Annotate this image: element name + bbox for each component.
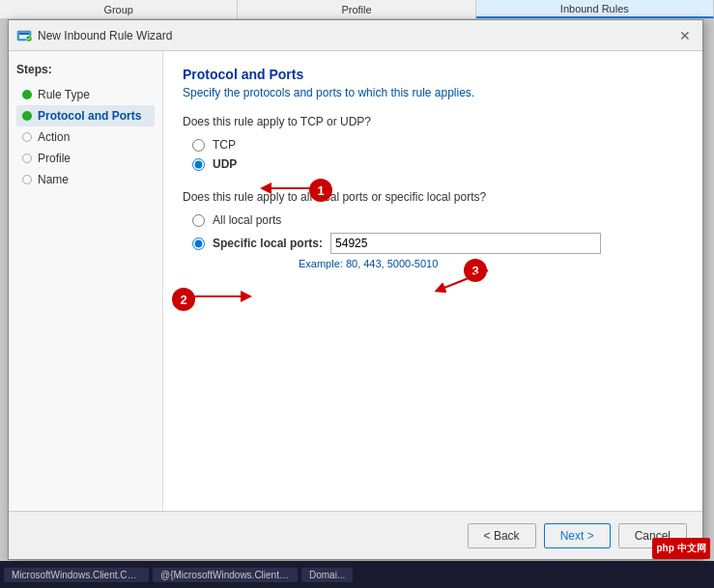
tcp-label: TCP — [213, 138, 236, 152]
wizard-dialog: New Inbound Rule Wizard ✕ Steps: Rule Ty… — [8, 19, 703, 560]
step-dot-protocol-ports — [22, 111, 32, 121]
column-headers: Group Profile Inbound Rules — [0, 0, 714, 19]
next-button[interactable]: Next > — [544, 523, 611, 548]
section-title: Protocol and Ports — [183, 67, 683, 82]
taskbar-item-1[interactable]: MicrosoftWindows.Client.CBS_1000.22... — [4, 568, 149, 582]
inbound-rules-column: Inbound Rules — [476, 0, 714, 18]
step-label-protocol-ports: Protocol and Ports — [38, 109, 141, 123]
port-input[interactable] — [330, 233, 601, 254]
wizard-icon — [16, 28, 32, 43]
ports-question: Does this rule apply to all local ports … — [183, 190, 683, 204]
tcp-udp-group: TCP UDP — [183, 138, 683, 171]
udp-radio[interactable] — [192, 158, 205, 171]
dialog-title: New Inbound Rule Wizard — [38, 29, 675, 42]
tcp-radio-item: TCP — [192, 138, 683, 152]
step-rule-type[interactable]: Rule Type — [16, 84, 155, 105]
step-action[interactable]: Action — [16, 126, 155, 148]
group-column: Group — [0, 0, 238, 18]
specific-ports-radio-item: Specific local ports: — [192, 233, 683, 254]
step-label-profile: Profile — [38, 152, 71, 165]
svg-rect-2 — [19, 33, 29, 35]
all-ports-label: All local ports — [213, 213, 281, 227]
udp-radio-item: UDP — [192, 157, 683, 171]
specific-ports-label: Specific local ports: — [213, 237, 323, 250]
step-name[interactable]: Name — [16, 169, 155, 190]
taskbar-item-3[interactable]: Domai... — [301, 568, 353, 582]
tcp-radio[interactable] — [192, 139, 205, 152]
port-example: Example: 80, 443, 5000-5010 — [299, 258, 683, 269]
step-label-action: Action — [38, 130, 70, 144]
dialog-footer: < Back Next > Cancel — [9, 511, 702, 559]
all-ports-radio-item: All local ports — [192, 213, 683, 227]
ports-group: All local ports Specific local ports: Ex… — [183, 213, 683, 269]
step-label-name: Name — [38, 173, 69, 186]
content-area: Protocol and Ports Specify the protocols… — [163, 51, 702, 511]
php-logo-text: php 中文网 — [656, 542, 705, 555]
step-protocol-ports[interactable]: Protocol and Ports — [16, 105, 155, 126]
step-dot-profile — [22, 154, 32, 163]
taskbar: MicrosoftWindows.Client.CBS_1000.22... @… — [0, 561, 714, 588]
php-logo: php 中文网 — [652, 538, 710, 559]
back-button[interactable]: < Back — [468, 523, 536, 548]
title-bar: New Inbound Rule Wizard ✕ — [9, 20, 702, 51]
steps-panel: Steps: Rule Type Protocol and Ports Acti… — [9, 51, 163, 511]
step-dot-name — [22, 175, 32, 184]
close-button[interactable]: ✕ — [675, 26, 695, 45]
section-subtitle: Specify the protocols and ports to which… — [183, 86, 683, 99]
step-dot-rule-type — [22, 90, 32, 99]
specific-ports-radio[interactable] — [192, 238, 205, 250]
step-label-rule-type: Rule Type — [38, 88, 90, 101]
tcp-udp-question: Does this rule apply to TCP or UDP? — [183, 115, 683, 128]
all-ports-radio[interactable] — [192, 214, 205, 227]
taskbar-item-2[interactable]: @{MicrosoftWindows.Client.... — [153, 568, 298, 582]
step-dot-action — [22, 132, 32, 142]
steps-label: Steps: — [16, 63, 155, 76]
profile-column: Profile — [238, 0, 475, 18]
dialog-body: Steps: Rule Type Protocol and Ports Acti… — [9, 51, 702, 511]
step-profile[interactable]: Profile — [16, 148, 155, 169]
udp-label: UDP — [213, 157, 237, 171]
